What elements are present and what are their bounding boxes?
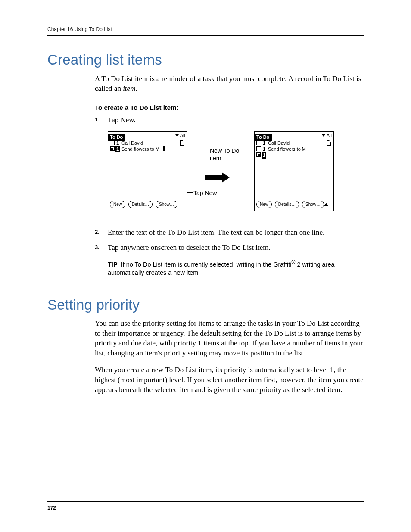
- step-number: 1.: [95, 116, 100, 124]
- step-text: Tap New.: [108, 116, 136, 124]
- priority-number[interactable]: 1: [115, 146, 120, 152]
- priority-number[interactable]: 1: [116, 140, 119, 146]
- note-icon[interactable]: [180, 140, 184, 146]
- section-body: You can use the priority setting for ite…: [95, 319, 364, 395]
- todo-list: 1 Call David 1 Send flowers to M: [108, 139, 187, 152]
- step-3: 3. Tap anywhere onscreen to deselect the…: [95, 243, 364, 253]
- arrow-icon: [205, 172, 230, 183]
- new-button[interactable]: New: [256, 201, 272, 208]
- paragraph: You can use the priority setting for ite…: [95, 319, 364, 358]
- tip-label: TIP: [108, 261, 118, 268]
- intro-paragraph: A To Do List item is a reminder of a tas…: [95, 74, 364, 94]
- callout-tap-new: Tap New: [193, 190, 217, 197]
- tip-text-a: If no To Do List item is currently selec…: [121, 261, 292, 268]
- section-body: A To Do List item is a reminder of a tas…: [95, 74, 364, 277]
- callout-line: [187, 192, 193, 193]
- title-bar: To Do All: [108, 132, 187, 139]
- category-dropdown[interactable]: All: [322, 132, 332, 139]
- step-text: Tap anywhere onscreen to deselect the To…: [108, 243, 271, 252]
- screenshot-left: To Do All 1 Call David: [108, 131, 187, 211]
- procedure-subhead: To create a To Do List item:: [95, 103, 364, 112]
- step-number: 2.: [95, 228, 100, 236]
- checkbox-icon[interactable]: [256, 140, 261, 145]
- todo-row[interactable]: 1 Call David: [110, 140, 185, 146]
- step-text: Enter the text of the To Do List item. T…: [108, 228, 324, 236]
- todo-row[interactable]: 1 Send flowers to M: [256, 146, 332, 152]
- priority-number[interactable]: 1: [263, 146, 265, 152]
- page: Chapter 16 Using To Do List Creating lis…: [0, 0, 411, 532]
- category-dropdown[interactable]: All: [175, 132, 185, 139]
- text-cursor: [163, 146, 165, 151]
- registered-mark: ®: [292, 259, 296, 265]
- checkbox-icon[interactable]: [110, 140, 115, 145]
- todo-text[interactable]: Send flowers to M: [121, 146, 184, 153]
- show-button[interactable]: Show…: [156, 201, 177, 208]
- paragraph: When you create a new To Do List item, i…: [95, 365, 364, 395]
- dropdown-triangle-icon: [175, 134, 179, 137]
- button-row: New Details… Show…: [110, 199, 185, 209]
- step-2: 2. Enter the text of the To Do List item…: [95, 228, 364, 238]
- new-button[interactable]: New: [110, 201, 125, 208]
- screenshot-right: To Do All 1 Call David: [254, 131, 334, 211]
- heading-creating-list-items: Creating list items: [47, 50, 364, 70]
- dropdown-label: All: [327, 133, 332, 138]
- steps-list: 1. Tap New. To Do All: [95, 115, 364, 253]
- dropdown-triangle-icon: [322, 134, 325, 137]
- intro-text-b: .: [135, 84, 137, 93]
- running-head: Chapter 16 Using To Do List: [47, 26, 364, 36]
- page-footer: 172: [47, 501, 364, 511]
- step-1: 1. Tap New. To Do All: [95, 115, 364, 218]
- tip-paragraph: TIP If no To Do List item is currently s…: [108, 259, 364, 277]
- todo-row[interactable]: 1 Call David: [256, 140, 332, 146]
- button-row: New Details… Show…: [256, 199, 332, 209]
- page-number: 172: [47, 505, 56, 511]
- checkbox-icon[interactable]: [256, 152, 261, 157]
- scroll-up-icon[interactable]: [324, 203, 328, 206]
- callout-line: [117, 150, 117, 203]
- details-button[interactable]: Details…: [275, 201, 299, 208]
- todo-list: 1 Call David 1 Send flowers to M: [255, 139, 333, 158]
- priority-number[interactable]: 1: [262, 152, 266, 159]
- dropdown-label: All: [180, 133, 185, 138]
- section-setting-priority: Setting priority You can use the priorit…: [47, 296, 364, 395]
- intro-italic: item: [123, 84, 135, 93]
- figure: To Do All 1 Call David: [108, 131, 364, 218]
- note-icon[interactable]: [327, 140, 331, 146]
- callout-new-item: New To Do item: [210, 147, 249, 162]
- todo-row-new[interactable]: 1: [256, 152, 332, 158]
- title-bar: To Do All: [255, 132, 333, 139]
- todo-text-empty[interactable]: [268, 157, 330, 157]
- todo-row[interactable]: 1 Send flowers to M: [110, 146, 185, 152]
- heading-setting-priority: Setting priority: [47, 296, 364, 315]
- step-number: 3.: [95, 243, 100, 251]
- details-button[interactable]: Details…: [128, 201, 153, 208]
- show-button[interactable]: Show…: [302, 201, 324, 208]
- checkbox-icon[interactable]: [256, 146, 261, 151]
- checkbox-icon[interactable]: [110, 146, 115, 151]
- priority-number[interactable]: 1: [263, 140, 265, 146]
